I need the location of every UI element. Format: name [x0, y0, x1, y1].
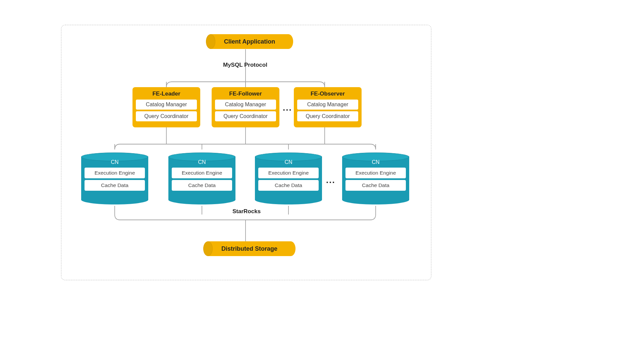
cn-sub: Execution Engine	[85, 168, 145, 178]
cn-sub: Cache Data	[85, 180, 145, 191]
fe-sub: Query Coordinator	[136, 111, 197, 121]
fe-title: FE-Leader	[136, 90, 197, 98]
cn-sub: Cache Data	[172, 180, 232, 191]
fe-title: FE-Follower	[215, 90, 276, 98]
cn-title: CN	[111, 157, 118, 166]
fe-sub: Query Coordinator	[215, 111, 276, 121]
fe-title: FE-Observer	[297, 90, 358, 98]
cn-sub: Cache Data	[258, 180, 319, 191]
cn-title: CN	[284, 157, 292, 166]
fe-sub: Catalog Manager	[136, 100, 197, 110]
cn-node: CN Execution Engine Cache Data	[81, 153, 148, 204]
fe-ellipsis: ...	[283, 103, 292, 113]
cn-ellipsis: ...	[326, 175, 335, 185]
starrocks-label: StarRocks	[232, 208, 261, 215]
cn-node: CN Execution Engine Cache Data	[168, 153, 235, 204]
cn-node: CN Execution Engine Cache Data	[342, 153, 409, 204]
cn-sub: Execution Engine	[345, 168, 406, 178]
cn-node: CN Execution Engine Cache Data	[255, 153, 322, 204]
cn-title: CN	[198, 157, 206, 166]
cn-title: CN	[372, 157, 379, 166]
cn-sub: Execution Engine	[172, 168, 232, 178]
mysql-protocol-label: MySQL Protocol	[223, 62, 267, 68]
fe-leader-node: FE-Leader Catalog Manager Query Coordina…	[132, 87, 200, 127]
fe-sub: Query Coordinator	[297, 111, 358, 121]
cn-sub: Cache Data	[345, 180, 406, 191]
fe-follower-node: FE-Follower Catalog Manager Query Coordi…	[212, 87, 279, 127]
fe-sub: Catalog Manager	[297, 100, 358, 110]
cn-sub: Execution Engine	[258, 168, 319, 178]
fe-sub: Catalog Manager	[215, 100, 276, 110]
fe-observer-node: FE-Observer Catalog Manager Query Coordi…	[294, 87, 362, 127]
distributed-storage-node: Distributed Storage	[203, 241, 296, 256]
distributed-storage-label: Distributed Storage	[221, 245, 277, 252]
client-application-label: Client Application	[224, 38, 275, 45]
client-application-node: Client Application	[206, 34, 293, 49]
